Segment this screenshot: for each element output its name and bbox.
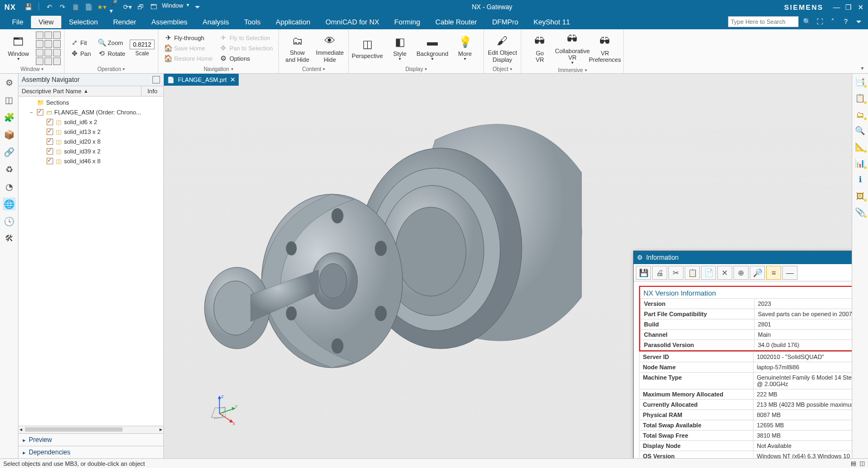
reuse-icon[interactable]: ♻ [3,163,16,176]
col-header-info[interactable]: Info [142,86,163,96]
menu-item-keyshot-11[interactable]: KeyShot 11 [526,16,578,28]
minimize-button[interactable]: — [831,3,842,11]
paste-icon[interactable]: 📄 [84,2,93,12]
ribbon-overflow-icon[interactable]: ▾ [861,65,864,71]
menu-item-application[interactable]: Application [268,16,318,28]
help-icon[interactable]: ? [841,17,851,27]
microphone-icon[interactable]: 🎤▾ [110,2,119,12]
cascade-icon[interactable]: 🗗 [136,2,145,12]
menu-item-render[interactable]: Render [105,16,144,28]
fav7-icon[interactable]: ℹ [854,174,866,185]
pan-selection-button[interactable]: ✥Pan to Selection [217,43,275,53]
paste-info-icon[interactable]: 📄 [701,266,716,280]
window-dropdown-icon[interactable]: 🗔 [149,2,158,12]
hd3d-icon[interactable]: ◔ [3,180,16,193]
tree-row[interactable]: ◫solid_id13 x 2 [18,127,163,137]
window-button[interactable]: 🗔 Window ▾ [3,33,34,63]
print-info-icon[interactable]: 🖨 [652,266,667,280]
restore-button[interactable]: ❐ [843,3,854,11]
menu-item-omnicad-for-nx[interactable]: OmniCAD for NX [318,16,387,28]
scale-input[interactable] [130,40,155,49]
tree-row[interactable]: ◫solid_id20 x 8 [18,137,163,146]
find-info-icon[interactable]: 🔎 [750,266,765,280]
undo-icon[interactable]: ↶ [44,2,54,12]
document-tab[interactable]: 📄 FLANGE_ASM.prt ✕ [164,74,239,86]
perspective-button[interactable]: ◫Perspective [352,35,382,60]
more-display-button[interactable]: 💡More▾ [450,33,480,63]
cut-info-icon[interactable]: ✂ [668,266,684,280]
fav6-icon[interactable]: 📊★ [854,157,866,169]
horizontal-scrollbar[interactable]: ◂▸ [18,426,163,433]
fav8-icon[interactable]: 🖼★ [854,190,866,202]
redo-icon[interactable]: ↷ [58,2,67,12]
cube-icon[interactable]: ◫ [3,93,16,106]
close-tab-icon[interactable]: ✕ [230,76,235,84]
target-info-icon[interactable]: ⊕ [733,266,749,280]
up-icon[interactable]: ˄ [828,17,838,27]
style-button[interactable]: ◧Style▾ [385,33,415,63]
viewport[interactable]: 📄 FLANGE_ASM.prt ✕ [164,74,852,458]
window-menu-label[interactable]: Window [162,2,183,12]
tree-row[interactable]: ◫solid_id46 x 8 [18,156,163,166]
overflow-menu-icon[interactable]: ⏷ [854,17,864,27]
save-info-icon[interactable]: 💾 [636,266,651,280]
overflow-icon[interactable]: ⏷ [193,2,202,12]
fav2-icon[interactable]: 📋★ [854,92,866,104]
status-icon-2[interactable]: ◫ [859,460,865,467]
edit-object-button[interactable]: 🖌Edit Object Display [487,32,518,63]
gear-icon[interactable]: ⚙ [3,76,16,89]
menu-item-analysis[interactable]: Analysis [195,16,237,28]
window-layout-grid[interactable] [36,31,61,48]
pan-button[interactable]: ✥Pan [68,49,93,59]
menu-item-forming[interactable]: Forming [387,16,428,28]
fullscreen-icon[interactable]: ⛶ [815,17,825,27]
checkbox[interactable] [47,158,53,164]
status-icon-1[interactable]: ▤ [851,460,856,467]
star-icon[interactable]: ★▾ [97,2,106,12]
search-input[interactable] [728,16,799,27]
col-header-name[interactable]: Descriptive Part Name [22,88,81,94]
menu-item-assemblies[interactable]: Assemblies [144,16,195,28]
part-nav-icon[interactable]: 🧩 [3,111,16,124]
delete-info-icon[interactable]: ✕ [717,266,732,280]
show-hide-button[interactable]: 🗂Show and Hide [282,32,312,63]
menu-item-selection[interactable]: Selection [61,16,105,28]
tree-row[interactable]: −🗃FLANGE_ASM (Order: Chrono... [18,107,163,117]
save-icon[interactable]: 💾 [23,2,33,12]
tree-row[interactable]: ◫solid_id39 x 2 [18,146,163,156]
menu-item-cable-router[interactable]: Cable Router [428,16,485,28]
tree-row[interactable]: ◫solid_id6 x 2 [18,117,163,127]
fav5-icon[interactable]: 📐★ [854,141,866,153]
checkbox[interactable] [47,119,53,125]
3d-canvas[interactable]: Z Y X ⚙ Information ? — ◻ ✕ 💾 [164,86,852,458]
checkbox[interactable] [37,109,43,116]
undock-icon[interactable] [152,76,160,84]
tools-icon[interactable]: 🛠 [3,232,16,245]
nav-options-button[interactable]: ⚙Options [217,54,275,63]
menu-item-tools[interactable]: Tools [237,16,268,28]
vr-pref-button[interactable]: 🕶VR Preferences [590,33,620,64]
go-vr-button[interactable]: 🕶Go VR [525,33,555,64]
immediate-hide-button[interactable]: 👁Immediate Hide [315,32,345,63]
assembly-nav-icon[interactable]: 📦 [3,128,16,141]
fav9-icon[interactable]: 📎★ [854,206,866,218]
web-icon[interactable]: 🌐 [3,197,16,210]
history-icon[interactable]: 🕓 [3,215,16,228]
checkbox[interactable] [47,129,53,135]
checkbox[interactable] [47,148,53,155]
fav4-icon[interactable]: 🔍 [854,125,866,137]
dependencies-accordion[interactable]: ▸Dependencies [18,446,163,458]
menu-item-file[interactable]: File [4,16,31,28]
zoom-button[interactable]: 🔍Zoom [95,38,127,48]
tree-row[interactable]: 📁Sections [18,98,163,107]
flythrough-button[interactable]: ✈Fly-through [162,33,215,43]
save-home-button[interactable]: 🏠Save Home [162,43,215,53]
fly-selection-button[interactable]: ✈Fly to Selection [217,33,275,43]
fav1-icon[interactable]: 📑★ [854,76,866,88]
rotate-button[interactable]: ⟲Rotate [95,49,127,59]
copy-info-icon[interactable]: 📋 [685,266,700,280]
checkbox[interactable] [47,138,53,145]
search-icon[interactable]: 🔍 [802,17,812,27]
wrap-info-icon[interactable]: ≡ [766,266,781,280]
collab-vr-button[interactable]: 🕶Collaborative VR▾ [557,30,588,67]
